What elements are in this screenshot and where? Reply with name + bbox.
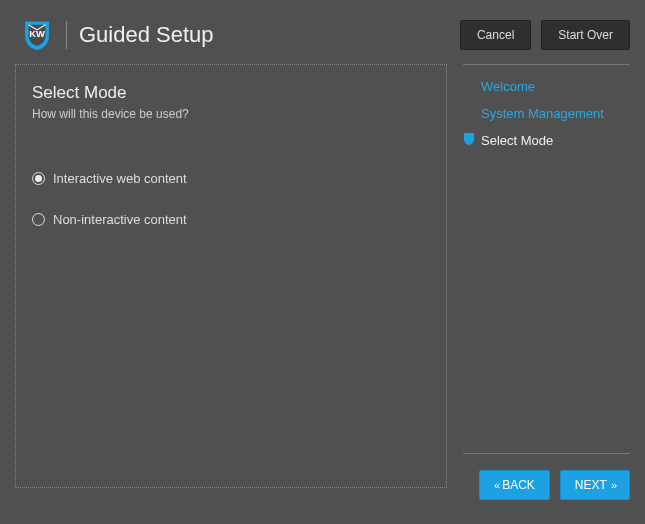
radio-label: Non-interactive content (53, 212, 187, 227)
radio-icon (32, 213, 45, 226)
step-list: Welcome System Management Select Mode (463, 73, 630, 453)
next-button[interactable]: NEXT » (560, 470, 630, 500)
sidebar-divider-bottom (463, 453, 630, 454)
back-label: BACK (502, 478, 535, 492)
chevron-left-icon: « (494, 479, 498, 491)
mode-option-noninteractive[interactable]: Non-interactive content (32, 212, 430, 227)
page-title: Guided Setup (79, 22, 460, 48)
mode-option-interactive[interactable]: Interactive web content (32, 171, 430, 186)
chevron-right-icon: » (611, 479, 615, 491)
header: KW Guided Setup Cancel Start Over (0, 0, 645, 64)
back-button[interactable]: « BACK (479, 470, 550, 500)
step-welcome[interactable]: Welcome (463, 73, 630, 100)
app-logo-icon: KW (20, 18, 54, 52)
step-select-mode[interactable]: Select Mode (463, 127, 630, 154)
start-over-button[interactable]: Start Over (541, 20, 630, 50)
nav-buttons: « BACK NEXT » (463, 470, 630, 518)
next-label: NEXT (575, 478, 607, 492)
sidebar: Welcome System Management Select Mode « … (447, 64, 630, 518)
radio-label: Interactive web content (53, 171, 187, 186)
shield-icon (463, 132, 475, 146)
content-panel: Select Mode How will this device be used… (15, 64, 447, 488)
step-label: System Management (481, 106, 604, 121)
step-label: Select Mode (481, 133, 553, 148)
panel-subtitle: How will this device be used? (32, 107, 430, 121)
panel-title: Select Mode (32, 83, 430, 103)
radio-icon (32, 172, 45, 185)
main: Select Mode How will this device be used… (0, 64, 645, 518)
step-label: Welcome (481, 79, 535, 94)
cancel-button[interactable]: Cancel (460, 20, 531, 50)
header-divider (66, 21, 67, 49)
header-buttons: Cancel Start Over (460, 20, 630, 50)
step-system-management[interactable]: System Management (463, 100, 630, 127)
sidebar-divider-top (463, 64, 630, 65)
